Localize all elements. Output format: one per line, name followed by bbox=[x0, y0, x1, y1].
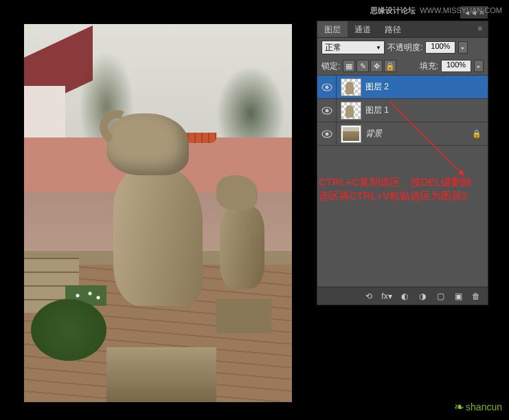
lock-row: 锁定: ▦ ✎ ✥ 🔒 填充: 100% ▸ bbox=[317, 57, 488, 76]
delete-layer-icon[interactable]: 🗑 bbox=[470, 290, 482, 302]
opacity-input[interactable]: 100% bbox=[425, 41, 455, 54]
layer-mask-icon[interactable]: ◐ bbox=[398, 290, 411, 302]
layer-group-icon[interactable]: ▢ bbox=[434, 290, 446, 302]
panel-menu-icon[interactable]: ≡ bbox=[473, 21, 488, 37]
svg-point-1 bbox=[325, 85, 328, 89]
eye-icon bbox=[321, 130, 332, 138]
layers-empty-area[interactable] bbox=[317, 146, 488, 276]
tab-channels[interactable]: 通道 bbox=[348, 21, 378, 37]
fill-label: 填充: bbox=[420, 60, 438, 72]
tab-paths[interactable]: 路径 bbox=[378, 21, 408, 37]
lock-paint-icon[interactable]: ✎ bbox=[357, 60, 369, 72]
visibility-toggle[interactable] bbox=[317, 99, 337, 122]
panel-footer: ⟲ fx▾ ◐ ◑ ▢ ▣ 🗑 bbox=[317, 287, 488, 305]
layer-row[interactable]: 图层 1 bbox=[317, 99, 488, 122]
panel-tabs: 图层 通道 路径 ≡ bbox=[317, 21, 488, 38]
eye-icon bbox=[321, 83, 332, 91]
svg-point-5 bbox=[325, 132, 328, 135]
layer-thumbnail[interactable] bbox=[341, 78, 361, 96]
layer-thumbnail[interactable] bbox=[341, 125, 361, 143]
chevron-down-icon: ▼ bbox=[376, 45, 381, 51]
fill-input[interactable]: 100% bbox=[441, 60, 471, 72]
adjustment-layer-icon[interactable]: ◑ bbox=[416, 290, 429, 302]
opacity-flyout-icon[interactable]: ▸ bbox=[458, 41, 468, 54]
canvas-image[interactable] bbox=[24, 24, 292, 402]
visibility-toggle[interactable] bbox=[317, 76, 337, 98]
lock-all-icon[interactable]: 🔒 bbox=[384, 60, 396, 72]
layers-list: 图层 2 图层 1 背景 🔒 bbox=[317, 76, 488, 146]
svg-point-3 bbox=[325, 109, 328, 112]
lock-position-icon[interactable]: ✥ bbox=[370, 60, 383, 72]
layer-name[interactable]: 图层 1 bbox=[365, 104, 488, 116]
layer-name[interactable]: 图层 2 bbox=[365, 81, 488, 93]
opacity-label: 不透明度: bbox=[387, 42, 422, 54]
blend-mode-select[interactable]: 正常 ▼ bbox=[321, 41, 385, 54]
tab-layers[interactable]: 图层 bbox=[317, 21, 348, 37]
fill-flyout-icon[interactable]: ▸ bbox=[474, 60, 484, 72]
layer-row[interactable]: 背景 🔒 bbox=[317, 122, 488, 146]
layers-panel: ◄◄ ✕ 图层 通道 路径 ≡ 正常 ▼ 不透明度: 100% ▸ 锁定: ▦ … bbox=[317, 21, 488, 305]
link-layers-icon[interactable]: ⟲ bbox=[363, 290, 375, 302]
leaf-icon: ❧ bbox=[454, 399, 464, 415]
lock-icon: 🔒 bbox=[471, 129, 482, 140]
lock-label: 锁定: bbox=[321, 60, 340, 72]
eye-icon bbox=[321, 107, 332, 115]
lock-transparency-icon[interactable]: ▦ bbox=[343, 60, 355, 72]
layer-row[interactable]: 图层 2 bbox=[317, 76, 488, 99]
watermark-bottom: ❧shancun bbox=[454, 399, 502, 415]
blend-mode-row: 正常 ▼ 不透明度: 100% ▸ bbox=[317, 38, 488, 57]
watermark-top: 思缘设计论坛WWW.MISSYUAN.COM bbox=[370, 5, 502, 16]
layer-name[interactable]: 背景 bbox=[365, 128, 471, 140]
annotation-text: CTRL+C复制选区，按DEL键删除 选区再CTRL+V粘贴选区为图层2 bbox=[319, 175, 484, 203]
visibility-toggle[interactable] bbox=[317, 122, 337, 145]
layer-effects-icon[interactable]: fx▾ bbox=[381, 290, 393, 302]
new-layer-icon[interactable]: ▣ bbox=[452, 290, 464, 302]
layer-thumbnail[interactable] bbox=[341, 102, 361, 120]
